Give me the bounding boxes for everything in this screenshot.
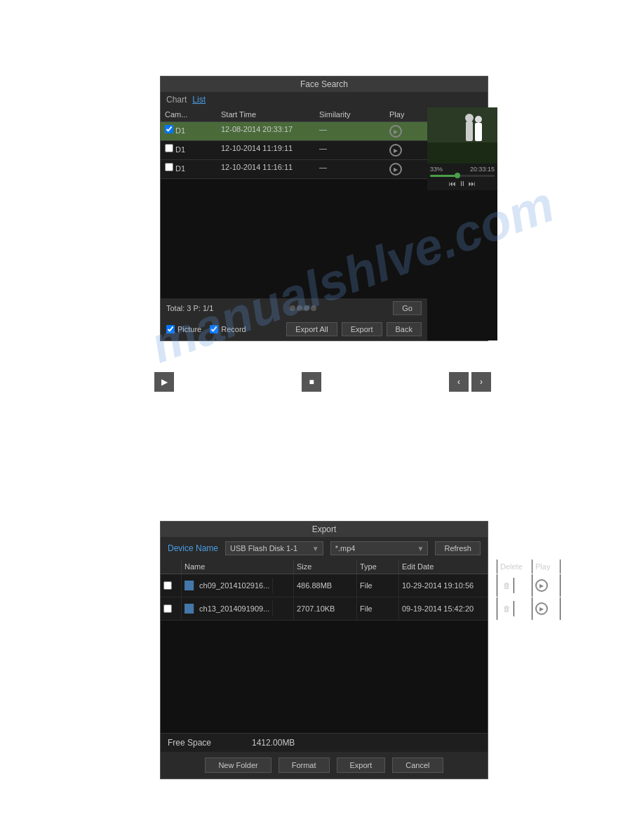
record-checkbox[interactable] xyxy=(210,325,218,333)
row-checkbox[interactable] xyxy=(165,163,173,171)
svg-point-3 xyxy=(465,114,474,122)
delete-icon[interactable]: 🗑 xyxy=(500,601,514,616)
nav-buttons: ‹ › xyxy=(449,372,491,392)
table-row[interactable]: D1 12-08-2014 20:33:17 — ▶ xyxy=(161,122,427,141)
video-ctrl-buttons: ⏮ ⏸ ⏭ xyxy=(430,178,495,189)
table-row[interactable]: ch13_2014091909... 2707.10KB File 09-19-… xyxy=(161,597,488,621)
face-search-footer: Total: 3 P: 1/1 Go xyxy=(161,298,427,318)
export-table-header: Name Size Type Edit Date Delete Play xyxy=(161,560,488,574)
cancel-button[interactable]: Cancel xyxy=(392,757,443,773)
prev-button[interactable]: ‹ xyxy=(449,372,469,392)
face-search-title: Face Search xyxy=(161,77,488,92)
video-prev-button[interactable]: ⏮ xyxy=(449,180,456,187)
play-circle-icon[interactable]: ▶ xyxy=(535,602,548,615)
row-play[interactable]: ▶ xyxy=(385,141,427,159)
row-start-time: 12-10-2014 11:19:11 xyxy=(217,141,315,159)
picture-checkbox[interactable] xyxy=(166,325,175,333)
row-play[interactable]: ▶ xyxy=(385,122,427,140)
file-icon xyxy=(185,604,194,614)
file-icon xyxy=(185,581,194,590)
free-space-value: 1412.00MB xyxy=(252,738,295,748)
tab-chart[interactable]: Chart xyxy=(166,95,187,105)
video-progress-bar[interactable] xyxy=(430,175,495,177)
col-check xyxy=(161,560,182,574)
row-check xyxy=(161,597,182,620)
tab-list[interactable]: List xyxy=(192,95,206,105)
row-edit-date: 10-29-2014 19:10:56 xyxy=(399,574,497,597)
pagination-dot xyxy=(297,305,302,311)
export-all-button[interactable]: Export All xyxy=(286,322,337,336)
row-checkbox[interactable] xyxy=(165,144,173,152)
row-size: 2707.10KB xyxy=(294,597,357,620)
row-delete[interactable]: 🗑 xyxy=(497,574,532,597)
row-name: ch13_2014091909... xyxy=(182,597,294,620)
row-size: 486.88MB xyxy=(294,574,357,597)
video-pause-button[interactable]: ⏸ xyxy=(459,180,466,187)
row-cam: D1 xyxy=(161,122,217,140)
stop-button[interactable]: ■ xyxy=(302,372,321,392)
video-overlay xyxy=(427,107,497,164)
pagination xyxy=(290,305,316,311)
video-time-bar: 33% 20:33:15 xyxy=(430,165,495,173)
row-type: File xyxy=(357,574,399,597)
row-name: ch09_2014102916... xyxy=(182,574,294,597)
pagination-dot xyxy=(304,305,309,311)
row-check xyxy=(161,574,182,597)
pagination-dot xyxy=(311,305,316,311)
row-play[interactable]: ▶ xyxy=(532,574,561,597)
video-percent: 33% xyxy=(430,166,443,173)
picture-label: Picture xyxy=(177,325,201,333)
row-cam: D1 xyxy=(161,141,217,159)
file-type-select[interactable]: *.mp4 xyxy=(330,541,429,555)
export-panel: Export Device Name USB Flash Disk 1-1 ▼ … xyxy=(160,521,488,779)
new-folder-button[interactable]: New Folder xyxy=(205,757,271,773)
video-progress-fill xyxy=(430,175,456,177)
row-delete[interactable]: 🗑 xyxy=(497,597,532,620)
export-empty-area xyxy=(161,621,488,733)
col-delete: Delete xyxy=(497,560,532,574)
device-select[interactable]: USB Flash Disk 1-1 xyxy=(225,541,323,555)
face-search-table-header: Cam... Start Time Similarity Play xyxy=(161,107,427,122)
table-row[interactable]: ch09_2014102916... 486.88MB File 10-29-2… xyxy=(161,574,488,597)
format-button[interactable]: Format xyxy=(279,757,330,773)
col-header-similarity: Similarity xyxy=(315,107,385,121)
table-row[interactable]: D1 12-10-2014 11:19:11 — ▶ xyxy=(161,141,427,160)
row-type: File xyxy=(357,597,399,620)
playback-section: ▶ ■ ‹ › xyxy=(154,372,491,392)
delete-icon[interactable]: 🗑 xyxy=(500,578,514,593)
face-search-bottom: Picture Record Export All Export Back xyxy=(161,318,427,340)
device-name-label: Device Name xyxy=(168,543,218,553)
export-action-button[interactable]: Export xyxy=(337,757,386,773)
row-play[interactable]: ▶ xyxy=(532,597,561,620)
face-search-buttons: Export All Export Back xyxy=(286,322,422,336)
next-button[interactable]: › xyxy=(471,372,491,392)
export-device-row: Device Name USB Flash Disk 1-1 ▼ *.mp4 ▼… xyxy=(161,537,488,560)
go-button[interactable]: Go xyxy=(393,301,422,315)
row-checkbox[interactable] xyxy=(165,125,173,133)
face-search-right-panel: 33% 20:33:15 ⏮ ⏸ ⏭ xyxy=(427,107,497,340)
file-type-select-wrapper: *.mp4 ▼ xyxy=(330,541,429,555)
face-search-content: Cam... Start Time Similarity Play D1 12-… xyxy=(161,107,488,340)
play-circle-icon[interactable]: ▶ xyxy=(535,579,548,592)
row-checkbox[interactable] xyxy=(163,604,172,613)
row-similarity: — xyxy=(315,141,385,159)
col-play: Play xyxy=(532,560,561,574)
svg-rect-4 xyxy=(475,123,482,141)
play-button[interactable]: ▶ xyxy=(154,372,174,392)
back-button[interactable]: Back xyxy=(387,322,422,336)
export-free-space: Free Space 1412.00MB xyxy=(161,733,488,752)
face-search-tabs: Chart List xyxy=(161,92,488,107)
row-checkbox[interactable] xyxy=(163,581,172,590)
refresh-button[interactable]: Refresh xyxy=(435,541,481,555)
total-pages: Total: 3 P: 1/1 xyxy=(166,304,213,312)
video-controls: 33% 20:33:15 ⏮ ⏸ ⏭ xyxy=(427,164,497,190)
video-next-button[interactable]: ⏭ xyxy=(469,180,476,187)
table-row[interactable]: D1 12-10-2014 11:16:11 — ▶ xyxy=(161,160,427,179)
col-header-cam: Cam... xyxy=(161,107,217,121)
video-preview xyxy=(427,107,497,164)
row-play[interactable]: ▶ xyxy=(385,160,427,178)
col-header-play: Play xyxy=(385,107,427,121)
export-button[interactable]: Export xyxy=(342,322,382,336)
svg-point-5 xyxy=(475,116,482,123)
col-size: Size xyxy=(294,560,357,574)
